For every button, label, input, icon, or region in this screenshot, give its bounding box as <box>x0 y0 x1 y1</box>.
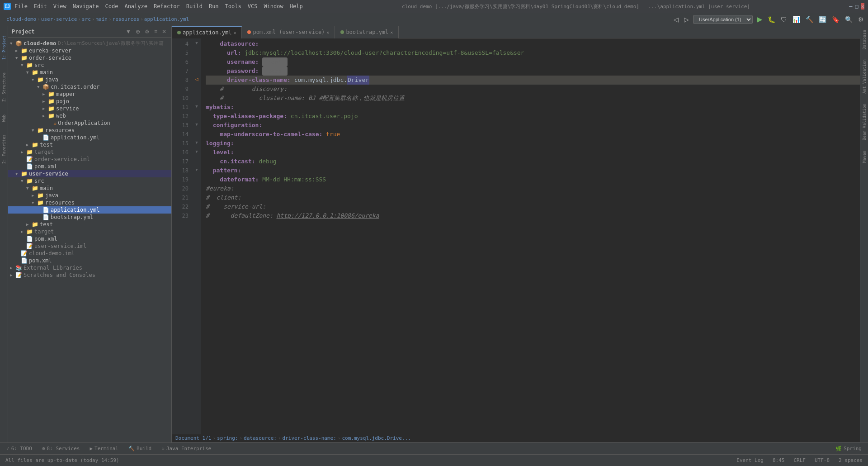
project-close-button[interactable]: ✕ <box>160 28 168 35</box>
gutter-15[interactable]: ▼ <box>192 138 201 147</box>
tree-root-pom[interactable]: 📄 pom.xml <box>8 257 171 264</box>
tab-terminal[interactable]: ▶ Terminal <box>85 445 123 452</box>
sidebar-project-icon[interactable]: 1: Project <box>2 35 6 60</box>
menu-analyze[interactable]: Analyze <box>124 3 147 10</box>
status-line-ending[interactable]: CRLF <box>792 457 807 464</box>
tree-user-service-iml[interactable]: 📝 user-service.iml <box>8 243 171 250</box>
breadcrumb-file[interactable]: application.yml <box>144 16 189 22</box>
tab-bootstrap-yml[interactable]: bootstrap.yml ✕ <box>335 26 399 38</box>
tab-pom-xml[interactable]: pom.xml (user-service) ✕ <box>242 26 335 38</box>
run-button[interactable]: ▶ <box>755 14 764 25</box>
tab-services[interactable]: ⚙ 8: Services <box>38 445 84 452</box>
project-gear-button[interactable]: ≡ <box>153 28 159 35</box>
breadcrumb-user-service[interactable]: user-service <box>41 16 77 22</box>
tree-external-libraries[interactable]: ▶ 📚 External Libraries <box>8 264 171 271</box>
tree-order-main[interactable]: ▼ 📁 main <box>8 69 171 76</box>
tree-cloud-demo-iml[interactable]: 📝 cloud-demo.iml <box>8 250 171 257</box>
fold-arrow-icon[interactable]: ▼ <box>195 122 198 127</box>
tree-order-application[interactable]: ☕ OrderApplication <box>8 119 171 127</box>
fold-arrow-icon[interactable]: ▼ <box>195 167 198 172</box>
tree-order-resources[interactable]: ▼ 📁 resources <box>8 127 171 134</box>
tree-user-test[interactable]: ▶ 📁 test <box>8 221 171 228</box>
tree-user-java[interactable]: ▶ 📁 java <box>8 192 171 199</box>
status-event-log[interactable]: Event Log <box>735 457 765 464</box>
sidebar-favorites-icon[interactable]: 2: Favorites <box>2 134 6 164</box>
menu-navigate[interactable]: Navigate <box>73 3 99 10</box>
tab-build[interactable]: 🔨 Build <box>124 445 156 452</box>
tree-cn-itcast-order[interactable]: ▼ 📦 cn.itcast.order <box>8 83 171 90</box>
sidebar-ant-validation-icon[interactable]: Ant Validation <box>862 59 867 94</box>
sidebar-web-icon[interactable]: Web <box>2 114 6 122</box>
status-files-up-to-date[interactable]: All files are up-to-date (today 14:59) <box>4 457 121 464</box>
gutter-11[interactable]: ▼ <box>192 102 201 111</box>
yaml-comment-link[interactable]: http://127.0.0.1:10086/eureka <box>277 211 379 220</box>
bread-spring[interactable]: spring: <box>217 435 238 441</box>
build-button[interactable]: 🔨 <box>804 14 815 24</box>
bread-datasource[interactable]: datasource: <box>244 435 277 441</box>
bread-driver-value[interactable]: com.mysql.jdbc.Drive... <box>342 435 410 441</box>
tab-java-enterprise[interactable]: ☕ Java Enterprise <box>157 445 216 452</box>
tree-order-test[interactable]: ▶ 📁 test <box>8 141 171 148</box>
tree-order-service[interactable]: ▼ 📁 order-service <box>8 54 171 62</box>
tab-todo[interactable]: ✓ 6: TODO <box>2 445 37 452</box>
sidebar-database-icon[interactable]: Database <box>862 30 867 49</box>
status-encoding[interactable]: UTF-8 <box>813 457 831 464</box>
tree-web[interactable]: ▶ 📁 web <box>8 112 171 119</box>
tree-service[interactable]: ▶ 📁 service <box>8 105 171 112</box>
menu-view[interactable]: View <box>53 3 66 10</box>
code-editor[interactable]: 4 5 6 7 8 9 10 11 12 13 14 15 16 17 18 1… <box>172 38 860 434</box>
menu-vcs[interactable]: VCS <box>248 3 258 10</box>
gutter-16[interactable]: ▼ <box>192 147 201 156</box>
menu-build[interactable]: Build <box>186 3 203 10</box>
tree-order-src[interactable]: ▼ 📁 src <box>8 62 171 69</box>
menu-code[interactable]: Code <box>105 3 118 10</box>
window-controls[interactable]: — □ ✕ <box>849 3 864 10</box>
search-everywhere-button[interactable]: 🔍 <box>844 14 854 24</box>
settings-button[interactable]: ⚙ <box>857 14 865 24</box>
reload-button[interactable]: 🔄 <box>817 14 828 24</box>
fold-arrow-icon[interactable]: ▼ <box>195 149 198 154</box>
tab-close-button[interactable]: ✕ <box>390 30 393 35</box>
sidebar-maven-icon[interactable]: Maven <box>862 151 867 163</box>
menu-help[interactable]: Help <box>290 3 303 10</box>
tab-spring[interactable]: 🌿 Spring <box>831 445 866 452</box>
sidebar-bean-validation-icon[interactable]: Bean Validation <box>862 104 867 140</box>
project-scope-button[interactable]: ▼ <box>124 28 132 35</box>
project-settings-button[interactable]: ⚙ <box>143 28 151 35</box>
back-button[interactable]: ◁ <box>672 14 680 24</box>
bread-document[interactable]: Document 1/1 <box>175 435 211 441</box>
tree-eureka-server[interactable]: ▶ 📁 eureka-server <box>8 47 171 54</box>
status-indent[interactable]: 2 spaces <box>837 457 864 464</box>
sidebar-structure-icon[interactable]: Z: Structure <box>2 72 6 102</box>
breadcrumb-cloud-demo[interactable]: cloud-demo <box>6 16 36 22</box>
gutter-18[interactable]: ▼ <box>192 165 201 174</box>
tree-user-pom[interactable]: 📄 pom.xml <box>8 235 171 243</box>
menu-refactor[interactable]: Refactor <box>154 3 180 10</box>
fold-arrow-icon[interactable]: ▼ <box>195 41 198 45</box>
breadcrumb-src[interactable]: src <box>82 16 91 22</box>
tree-mapper[interactable]: ▶ 📁 mapper <box>8 90 171 98</box>
tree-user-resources[interactable]: ▼ 📁 resources <box>8 199 171 206</box>
menu-edit[interactable]: Edit <box>34 3 47 10</box>
tree-scratches[interactable]: ▶ 📝 Scratches and Consoles <box>8 271 171 279</box>
tab-close-button[interactable]: ✕ <box>233 30 236 35</box>
run-config-select[interactable]: UserApplication (1) <box>693 15 753 24</box>
minimize-button[interactable]: — <box>849 3 852 10</box>
tree-user-main[interactable]: ▼ 📁 main <box>8 185 171 192</box>
bookmark-button[interactable]: 🔖 <box>830 14 841 24</box>
tree-order-service-iml[interactable]: 📝 order-service.iml <box>8 156 171 163</box>
tree-user-target[interactable]: ▶ 📁 target <box>8 228 171 235</box>
menu-file[interactable]: File <box>14 3 28 10</box>
tree-order-target[interactable]: ▶ 📁 target <box>8 148 171 156</box>
breadcrumb-resources[interactable]: resources <box>113 16 140 22</box>
tree-user-service[interactable]: ▼ 📁 user-service <box>8 170 171 177</box>
code-content-area[interactable]: datasource: url: jdbc:mysql://localhost:… <box>201 38 860 434</box>
tree-order-pom[interactable]: 📄 pom.xml <box>8 163 171 170</box>
forward-button[interactable]: ▷ <box>683 14 690 24</box>
gutter-13[interactable]: ▼ <box>192 120 201 129</box>
tree-cloud-demo[interactable]: ▼ 📦 cloud-demo D:\LearnSources\java\微服务学… <box>8 39 171 47</box>
status-time[interactable]: 8:45 <box>771 457 787 464</box>
coverage-button[interactable]: 🛡 <box>779 14 788 24</box>
fold-arrow-icon[interactable]: ▼ <box>195 140 198 145</box>
tree-user-src[interactable]: ▼ 📁 src <box>8 177 171 185</box>
